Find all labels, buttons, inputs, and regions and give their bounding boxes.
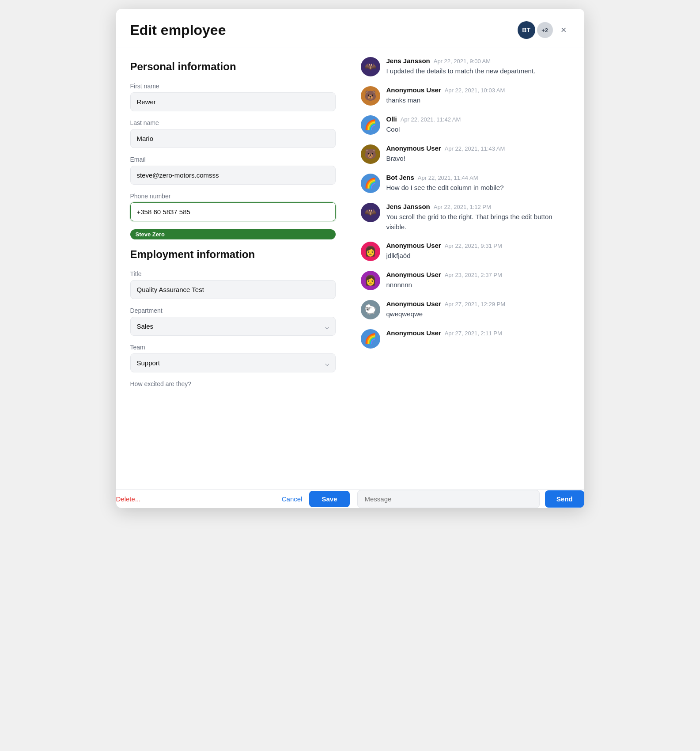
modal-footer: Delete... Cancel Save Send — [116, 489, 584, 508]
last-name-label: Last name — [130, 119, 336, 126]
chat-time: Apr 22, 2021, 10:03 AM — [445, 87, 505, 94]
chat-time: Apr 22, 2021, 9:00 AM — [434, 58, 491, 64]
left-panel: Personal information First name Last nam… — [116, 48, 350, 489]
right-footer: Send — [350, 490, 584, 508]
chat-meta: Anonymous User Apr 23, 2021, 2:37 PM — [386, 271, 502, 278]
message-input[interactable] — [357, 490, 540, 508]
chat-content: Anonymous User Apr 27, 2021, 2:11 PM — [386, 329, 502, 338]
chat-avatar: 👩 — [361, 242, 380, 261]
edit-employee-modal: Edit employee BT +2 × Personal informati… — [116, 9, 584, 508]
chat-meta: Anonymous User Apr 27, 2021, 2:11 PM — [386, 329, 502, 337]
chat-message: 🦇 Jens Jansson Apr 22, 2021, 9:00 AM I u… — [361, 57, 574, 76]
last-name-input[interactable] — [130, 129, 336, 148]
chat-meta: Anonymous User Apr 22, 2021, 9:31 PM — [386, 242, 502, 249]
chat-content: Jens Jansson Apr 22, 2021, 9:00 AM I upd… — [386, 57, 536, 76]
team-select[interactable]: Support Development Design Finance — [130, 353, 336, 372]
chat-message: 🌈 Olli Apr 22, 2021, 11:42 AM Cool — [361, 115, 574, 135]
chat-avatar: 🐑 — [361, 300, 380, 319]
chat-meta: Jens Jansson Apr 22, 2021, 9:00 AM — [386, 57, 536, 64]
chat-time: Apr 22, 2021, 11:44 AM — [418, 174, 478, 181]
chat-text: qweqweqwe — [386, 309, 506, 319]
email-group: Email — [130, 156, 336, 185]
chat-name: Jens Jansson — [386, 203, 430, 210]
chat-message: 🌈 Anonymous User Apr 27, 2021, 2:11 PM — [361, 329, 574, 349]
first-name-group: First name — [130, 83, 336, 111]
chat-content: Anonymous User Apr 22, 2021, 11:43 AM Br… — [386, 144, 505, 164]
department-select[interactable]: Sales Marketing Engineering HR — [130, 317, 336, 336]
chat-avatar: 🐻 — [361, 144, 380, 164]
department-group: Department Sales Marketing Engineering H… — [130, 307, 336, 336]
email-input[interactable] — [130, 166, 336, 185]
chat-avatar: 🐻 — [361, 86, 380, 106]
team-select-wrapper: Support Development Design Finance ⌵ — [130, 353, 336, 372]
modal-title: Edit employee — [130, 22, 226, 38]
steve-zero-tag: Steve Zero — [130, 229, 336, 239]
chat-avatar: 🌈 — [361, 115, 380, 135]
chat-time: Apr 22, 2021, 11:42 AM — [401, 116, 461, 123]
avatar-group: BT +2 — [518, 21, 553, 39]
left-footer: Delete... Cancel Save — [116, 490, 350, 508]
chat-avatar: 🌈 — [361, 329, 380, 349]
title-group: Title — [130, 270, 336, 299]
chat-content: Anonymous User Apr 23, 2021, 2:37 PM nnn… — [386, 271, 502, 290]
chat-text: thanks man — [386, 95, 505, 106]
department-select-wrapper: Sales Marketing Engineering HR ⌵ — [130, 317, 336, 336]
chat-name: Anonymous User — [386, 271, 441, 278]
team-group: Team Support Development Design Finance … — [130, 344, 336, 372]
chat-time: Apr 27, 2021, 12:29 PM — [445, 301, 505, 307]
chat-message: 🌈 Bot Jens Apr 22, 2021, 11:44 AM How do… — [361, 174, 574, 193]
first-name-label: First name — [130, 83, 336, 90]
cancel-button[interactable]: Cancel — [282, 495, 303, 503]
close-button[interactable]: × — [557, 23, 570, 38]
first-name-input[interactable] — [130, 92, 336, 111]
team-label: Team — [130, 344, 336, 351]
chat-content: Bot Jens Apr 22, 2021, 11:44 AM How do I… — [386, 174, 504, 193]
chat-content: Anonymous User Apr 22, 2021, 9:31 PM jdl… — [386, 242, 502, 261]
excitement-label: How excited are they? — [130, 380, 336, 387]
chat-message: 🦇 Jens Jansson Apr 22, 2021, 1:12 PM You… — [361, 203, 574, 232]
chat-name: Anonymous User — [386, 329, 441, 337]
chat-content: Anonymous User Apr 27, 2021, 12:29 PM qw… — [386, 300, 506, 319]
save-button[interactable]: Save — [309, 491, 349, 507]
chat-meta: Anonymous User Apr 27, 2021, 12:29 PM — [386, 300, 506, 307]
chat-content: Anonymous User Apr 22, 2021, 10:03 AM th… — [386, 86, 505, 106]
phone-group: Phone number — [130, 193, 336, 221]
chat-message: 👩 Anonymous User Apr 23, 2021, 2:37 PM n… — [361, 271, 574, 290]
modal-header: Edit employee BT +2 × — [116, 9, 584, 48]
delete-button[interactable]: Delete... — [116, 495, 141, 503]
chat-meta: Jens Jansson Apr 22, 2021, 1:12 PM — [386, 203, 574, 210]
chat-text: jdlkfjaöd — [386, 251, 502, 261]
department-label: Department — [130, 307, 336, 314]
employment-info-title: Employment information — [130, 248, 336, 261]
chat-content: Olli Apr 22, 2021, 11:42 AM Cool — [386, 115, 461, 135]
phone-input[interactable] — [130, 202, 336, 221]
chat-text: I updated the details to match the new d… — [386, 66, 536, 76]
chat-time: Apr 22, 2021, 11:43 AM — [445, 145, 505, 152]
chat-message: 🐻 Anonymous User Apr 22, 2021, 11:43 AM … — [361, 144, 574, 164]
employment-section: Employment information Title Department … — [130, 248, 336, 395]
chat-name: Anonymous User — [386, 86, 441, 94]
chat-text: nnnnnnn — [386, 280, 502, 290]
chat-message: 🐻 Anonymous User Apr 22, 2021, 10:03 AM … — [361, 86, 574, 106]
chat-name: Anonymous User — [386, 144, 441, 152]
chat-message: 🐑 Anonymous User Apr 27, 2021, 12:29 PM … — [361, 300, 574, 319]
header-right: BT +2 × — [518, 21, 570, 39]
chat-meta: Anonymous User Apr 22, 2021, 10:03 AM — [386, 86, 505, 94]
send-button[interactable]: Send — [545, 490, 584, 508]
chat-time: Apr 22, 2021, 1:12 PM — [434, 204, 491, 210]
chat-text: Cool — [386, 125, 461, 135]
chat-avatar: 🌈 — [361, 174, 380, 193]
chat-meta: Olli Apr 22, 2021, 11:42 AM — [386, 115, 461, 123]
title-input[interactable] — [130, 280, 336, 299]
email-label: Email — [130, 156, 336, 163]
chat-message: 👩 Anonymous User Apr 22, 2021, 9:31 PM j… — [361, 242, 574, 261]
chat-text: How do I see the edit column in mobile? — [386, 183, 504, 193]
title-label: Title — [130, 270, 336, 277]
chat-name: Bot Jens — [386, 174, 414, 181]
chat-avatar: 🦇 — [361, 203, 380, 222]
chat-avatar: 🦇 — [361, 57, 380, 76]
chat-text: Bravo! — [386, 154, 505, 164]
last-name-group: Last name — [130, 119, 336, 148]
chat-name: Anonymous User — [386, 300, 441, 307]
personal-info-title: Personal information — [130, 61, 336, 73]
